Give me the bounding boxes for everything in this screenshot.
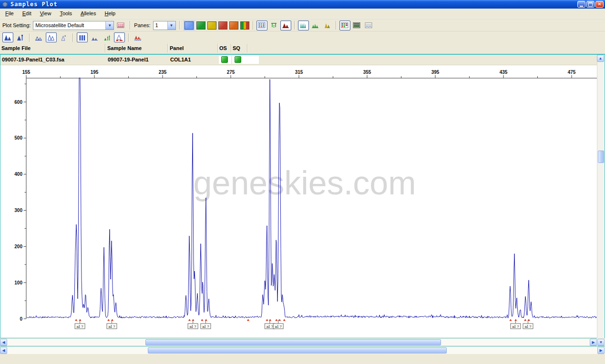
show-bars-button[interactable] <box>77 32 88 42</box>
bin-marker-icon <box>247 319 249 321</box>
panes-label: Panes: <box>134 22 151 28</box>
scroll-left-button[interactable]: ◀ <box>0 347 7 354</box>
dye-red-button[interactable] <box>218 21 227 30</box>
analyzed-peaks-button[interactable] <box>322 20 333 30</box>
dye-green-button[interactable] <box>196 21 205 30</box>
column-header-sample-name: Sample Name <box>107 45 142 51</box>
menu-help[interactable]: Help <box>100 9 120 18</box>
dye-all-button[interactable] <box>240 21 249 30</box>
zoom-marker-icon <box>16 34 24 41</box>
overlay-star-icon: * <box>60 34 68 41</box>
panes-combo[interactable]: 1 ▼ <box>153 21 176 30</box>
scroll-down-button[interactable]: ▼ <box>597 339 605 346</box>
bin-marker-icon <box>75 319 77 321</box>
column-separator <box>217 44 218 52</box>
raw-peaks-icon <box>299 22 308 29</box>
app-globe-icon <box>1 1 9 8</box>
chevron-down-icon[interactable]: ▼ <box>105 21 113 30</box>
sample-row[interactable]: 09007-19-Panel1_C03.fsa 09007-19-Panel1 … <box>0 55 597 65</box>
column-separator <box>167 44 168 52</box>
table-dark-button[interactable] <box>351 20 362 30</box>
overlay-outline-button[interactable] <box>46 32 57 42</box>
close-button[interactable]: ✕ <box>595 1 604 8</box>
zoom-marker-button[interactable] <box>15 32 26 42</box>
menu-alleles[interactable]: Alleles <box>76 9 100 18</box>
column-separator <box>105 44 106 52</box>
toolbar-display-options: * <box>0 31 605 44</box>
scroll-up-button[interactable]: ▲ <box>597 55 604 62</box>
allele-label-text: al ? <box>524 324 531 329</box>
raw-data-button[interactable] <box>133 32 144 42</box>
menu-edit[interactable]: Edit <box>18 9 36 18</box>
sample-pane: 09007-19-Panel1_C03.fsa 09007-19-Panel1 … <box>0 54 605 338</box>
toolbar-plot-settings: Plot Setting: Microsatellite Default ▼ P… <box>0 19 605 31</box>
allele-label-text: al ? <box>202 324 209 329</box>
menu-view[interactable]: View <box>36 9 56 18</box>
scroll-right-button[interactable]: ▶ <box>590 339 597 346</box>
table-header: Sample FileSample NamePanelOSSQ <box>0 43 605 54</box>
scroll-right-button[interactable]: ▶ <box>597 347 605 354</box>
y-tick-label: 200 <box>14 244 22 249</box>
column-header-sample-file: Sample File <box>1 45 31 51</box>
plot-setting-combo[interactable]: Microsatellite Default ▼ <box>33 21 114 30</box>
column-header-os: OS <box>219 45 227 51</box>
show-arrows-icon <box>103 34 111 41</box>
plot-setting-editor-button[interactable] <box>115 20 126 30</box>
vertical-scrollbar[interactable]: ▲ <box>597 55 605 338</box>
toolbar-separator <box>336 21 337 30</box>
dye-orange-button[interactable] <box>229 21 238 30</box>
full-view-button[interactable] <box>2 32 13 42</box>
overlay-star-button[interactable]: * <box>58 32 69 42</box>
table-colored-button[interactable] <box>339 20 350 30</box>
overlay-small-button[interactable] <box>33 32 44 42</box>
combined-dyes-button[interactable] <box>280 20 291 30</box>
minimize-button[interactable] <box>577 1 585 8</box>
pane-h-scrollbar[interactable]: ◀ ▶ <box>0 347 605 354</box>
table-colored-icon <box>341 22 349 29</box>
show-bars-icon <box>78 34 86 41</box>
x-tick-label: 475 <box>568 70 576 75</box>
allele-label-text: al ? <box>190 324 196 329</box>
show-baseline-button[interactable] <box>114 32 125 42</box>
x-tick-label: 395 <box>431 70 440 75</box>
combined-dyes-icon <box>282 22 290 29</box>
sized-peaks-button[interactable] <box>310 20 321 30</box>
toolbar-separator <box>179 21 180 30</box>
raw-data-icon <box>134 34 142 41</box>
bin-marker-icon <box>107 319 110 321</box>
dye-blue-button[interactable] <box>185 21 194 30</box>
show-arrows-button[interactable] <box>102 32 113 42</box>
genotypes-grid-button[interactable] <box>256 20 267 30</box>
electropherogram-chart[interactable]: geneskies.com155195235275315355395435475… <box>1 65 597 339</box>
toolbar-separator <box>253 21 254 30</box>
analyzed-peaks-icon <box>323 22 331 29</box>
scroll-left-button[interactable]: ◀ <box>0 339 7 346</box>
column-separator <box>247 44 248 52</box>
allele-label-text: al ? <box>267 324 273 329</box>
chevron-down-icon[interactable]: ▼ <box>167 21 175 30</box>
bin-marker-icon <box>201 319 203 321</box>
x-tick-label: 355 <box>363 70 371 75</box>
os-pass-indicator-icon <box>221 56 228 63</box>
dye-yellow-button[interactable] <box>207 21 216 30</box>
pane-h-scroll-thumb[interactable] <box>148 347 447 354</box>
window-title: Samples Plot <box>10 1 58 8</box>
sample-file-cell: 09007-19-Panel1_C03.fsa <box>2 57 64 62</box>
menu-bar: FileEditViewToolsAllelesHelp <box>0 9 605 19</box>
vertical-scroll-thumb[interactable] <box>598 151 604 163</box>
show-peaks-button[interactable] <box>89 32 100 42</box>
panes-value: 1 <box>155 22 158 28</box>
window-controls: ✕ <box>577 1 605 8</box>
bin-marker-icon <box>269 319 271 321</box>
restore-button[interactable] <box>586 1 595 8</box>
chart-h-scroll-thumb[interactable] <box>145 339 441 345</box>
plot-setting-label: Plot Setting: <box>2 22 31 28</box>
menu-tools[interactable]: Tools <box>55 9 76 18</box>
title-bar[interactable]: Samples Plot ✕ <box>0 0 605 9</box>
size-standard-button[interactable] <box>268 20 279 30</box>
raw-peaks-button[interactable] <box>298 20 309 30</box>
menu-file[interactable]: File <box>1 9 18 18</box>
bin-marker-icon <box>278 319 281 321</box>
table-gray-button[interactable] <box>363 20 374 30</box>
chart-h-scrollbar[interactable]: ◀ ▶ ▼ <box>0 339 605 346</box>
